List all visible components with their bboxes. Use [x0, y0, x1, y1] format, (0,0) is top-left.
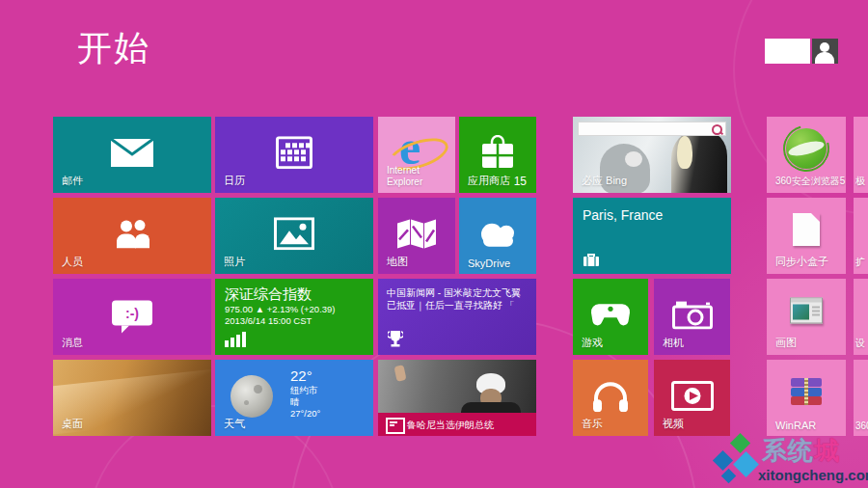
tile-label: 游戏 [582, 336, 603, 350]
tile-label: SkyDrive [468, 258, 510, 269]
mail-icon [110, 138, 154, 168]
tile-travel[interactable]: Paris, France [573, 198, 731, 274]
tile-weather[interactable]: 22° 纽约市 晴 27°/20° 天气 [215, 360, 373, 436]
tile-label: 相机 [663, 336, 684, 350]
tile-label: 邮件 [62, 174, 83, 188]
tile-label: 360安全浏览器5 [775, 175, 845, 188]
tile-partial-4[interactable]: 360 [854, 360, 868, 436]
camera-icon [672, 300, 713, 329]
user-silhouette-icon [820, 42, 829, 52]
search-icon [712, 124, 722, 135]
tile-news[interactable]: 鲁哈尼当选伊朗总统 [378, 360, 536, 436]
logo-diamond-blue [713, 450, 733, 471]
logo-diamond-lightblue [733, 451, 759, 477]
trophy-icon [388, 331, 403, 347]
tile-label: Internet Explorer [387, 165, 454, 188]
tile-label: WinRAR [775, 420, 816, 431]
tile-label: 同步小盒子 [775, 255, 828, 269]
tile-messaging[interactable]: :-) 消息 [53, 279, 211, 355]
tile-photos[interactable]: 照片 [215, 198, 373, 274]
tile-internet-explorer[interactable]: e Internet Explorer [378, 117, 455, 193]
bing-search-bar [578, 122, 726, 136]
tile-360-browser[interactable]: 360安全浏览器5 [767, 117, 846, 193]
tile-finance[interactable]: 深证综合指数 975.00 ▲ +2.13% (+20.39) 2013/6/1… [215, 279, 373, 355]
user-silhouette-icon [815, 52, 834, 64]
tile-label: 照片 [224, 255, 245, 269]
photos-icon [274, 217, 314, 250]
winrar-icon [791, 378, 822, 405]
finance-quote: 975.00 ▲ +2.13% (+20.39) [225, 304, 336, 314]
tile-paint[interactable]: 画图 [767, 279, 846, 355]
headphones-icon [591, 379, 630, 412]
tile-label: 消息 [62, 336, 83, 350]
message-bubble-icon: :-) [112, 300, 152, 329]
start-screen: 开始 邮件 日历 e Internet Explorer [0, 0, 868, 488]
map-icon [396, 218, 437, 249]
store-badge-count: 15 [514, 175, 527, 188]
news-headline: 鲁哈尼当选伊朗总统 [407, 419, 494, 432]
tile-label: 扩 [855, 256, 865, 269]
tile-desktop[interactable]: 桌面 [53, 360, 211, 436]
tile-partial-1[interactable]: 极 [854, 117, 868, 193]
tile-label: 音乐 [582, 417, 603, 431]
360-browser-icon [786, 128, 827, 169]
travel-destination: Paris, France [583, 207, 663, 223]
watermark-site-url: xitongcheng.com [758, 467, 868, 483]
page-title: 开始 [77, 25, 150, 72]
news-headline-bar: 鲁哈尼当选伊朗总统 [378, 413, 536, 436]
moon-icon [231, 375, 273, 418]
tile-partial-3[interactable]: 设 [854, 279, 868, 355]
logo-diamond-blue-small [721, 469, 737, 484]
tile-music[interactable]: 音乐 [573, 360, 648, 436]
store-bag-icon [479, 135, 516, 170]
tile-skydrive[interactable]: SkyDrive [459, 198, 536, 274]
tile-label: 画图 [775, 336, 797, 350]
penguin-adult-image [671, 130, 727, 193]
tile-label: 人员 [62, 255, 83, 269]
news-photo [393, 365, 406, 382]
tile-label: 必应 Bing [582, 174, 627, 188]
weather-range: 27°/20° [290, 408, 320, 419]
tile-label: 应用商店 [468, 174, 510, 188]
tile-label: 视频 [663, 417, 684, 431]
watermark-site-name: 系统城 [762, 434, 840, 468]
logo-diamond-green [730, 433, 750, 453]
program-window-icon [790, 298, 823, 324]
newspaper-icon [386, 418, 405, 434]
tile-winrar[interactable]: WinRAR [767, 360, 846, 436]
document-icon [793, 213, 820, 246]
tile-label: 极 [855, 175, 865, 188]
tile-maps[interactable]: 地图 [378, 198, 455, 274]
calendar-icon [276, 136, 312, 169]
weather-temp: 22° [290, 367, 312, 384]
tile-people[interactable]: 人员 [53, 198, 211, 274]
tile-sports-news[interactable]: 中国新闻网 - 国米敲定尤文飞翼 已抵亚｜任后一直寻找路好 「 [378, 279, 536, 355]
tile-calendar[interactable]: 日历 [215, 117, 373, 193]
tile-label: 地图 [387, 255, 408, 269]
video-play-icon [671, 381, 714, 411]
user-name-box[interactable] [765, 39, 810, 64]
finance-timestamp: 2013/6/14 15:00 CST [225, 315, 312, 326]
cloud-icon [475, 220, 521, 247]
game-controller-icon [589, 302, 632, 328]
tile-partial-2[interactable]: 扩 [854, 198, 868, 274]
tile-store[interactable]: 应用商店 15 [459, 117, 536, 193]
tile-label: 日历 [224, 174, 245, 188]
tile-label: 桌面 [62, 417, 83, 431]
site-watermark: 系统城 xitongcheng.com [708, 432, 862, 486]
finance-index-name: 深证综合指数 [225, 285, 312, 304]
tile-label: 设 [855, 337, 865, 350]
tile-camera[interactable]: 相机 [654, 279, 730, 355]
user-avatar[interactable] [812, 39, 838, 64]
tile-label: 天气 [224, 417, 245, 431]
tile-bing[interactable]: 必应 Bing [573, 117, 731, 193]
tile-label: 360 [855, 420, 868, 431]
tile-video[interactable]: 视频 [654, 360, 730, 436]
bar-chart-icon [225, 332, 246, 347]
tile-mail[interactable]: 邮件 [53, 117, 211, 193]
tile-games[interactable]: 游戏 [573, 279, 648, 355]
tile-syncbox[interactable]: 同步小盒子 [767, 198, 846, 274]
sports-headline: 中国新闻网 - 国米敲定尤文飞翼 已抵亚｜任后一直寻找路好 「 [387, 286, 529, 312]
people-icon [112, 219, 152, 248]
suitcase-icon [583, 253, 600, 267]
